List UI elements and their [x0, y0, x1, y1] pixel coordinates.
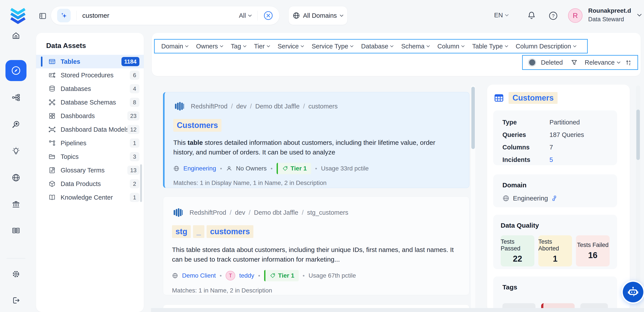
- filter-bar: Domain Owners Tag Tier Service Service T…: [154, 39, 588, 54]
- asset-item-dashboard-data-models[interactable]: Dashboard Data Models 12: [36, 123, 144, 136]
- filter-service[interactable]: Service: [278, 43, 304, 50]
- chevron-down-icon[interactable]: [637, 14, 642, 17]
- asset-item-stored-procedures[interactable]: Stored Procedures 6: [36, 68, 144, 82]
- crumb-database[interactable]: dev: [235, 209, 245, 216]
- tests-aborted-tile[interactable]: Tests Aborted1: [538, 235, 572, 266]
- result-domain-link[interactable]: Engineering: [183, 165, 216, 172]
- user-avatar[interactable]: R: [568, 8, 582, 23]
- chatbot-button[interactable]: [623, 282, 643, 302]
- asset-item-tables[interactable]: Tables 1184: [36, 55, 144, 68]
- preview-scrollbar-thumb[interactable]: [636, 110, 640, 160]
- search-scope-dropdown[interactable]: All: [239, 12, 252, 19]
- search-input[interactable]: customer: [82, 12, 239, 19]
- all-domains-button[interactable]: All Domains: [288, 6, 348, 25]
- hierarchy-link-icon[interactable]: [552, 195, 557, 201]
- asset-item-topics[interactable]: Topics 3: [36, 150, 144, 164]
- chevron-down-icon: [426, 45, 430, 47]
- preview-title-link[interactable]: Customers: [508, 92, 558, 104]
- sort-by-dropdown[interactable]: Relevance: [585, 59, 620, 66]
- tier-badge[interactable]: Tier 1: [276, 163, 311, 174]
- settings-gear-icon[interactable]: [12, 270, 20, 278]
- tests-passed-tile[interactable]: Tests Passed22: [501, 235, 534, 266]
- asset-item-label: Topics: [60, 153, 130, 160]
- asset-item-label: Pipelines: [60, 139, 130, 147]
- filter-column[interactable]: Column: [438, 43, 464, 50]
- all-domains-label: All Domains: [303, 12, 337, 19]
- filter-owners[interactable]: Owners: [196, 43, 223, 50]
- filter-tier[interactable]: Tier: [254, 43, 270, 50]
- summary-label: Columns: [502, 144, 550, 151]
- crumb-table[interactable]: customers: [308, 103, 338, 110]
- filter-schema[interactable]: Schema: [401, 43, 430, 50]
- insights-icon[interactable]: [12, 146, 20, 155]
- help-icon[interactable]: ?: [548, 11, 558, 21]
- filter-funnel-icon[interactable]: [571, 59, 578, 66]
- observability-icon[interactable]: [12, 120, 20, 129]
- sidebar-collapse-icon[interactable]: [38, 12, 47, 20]
- crumb-service[interactable]: RedshiftProd: [191, 103, 228, 110]
- owner-avatar[interactable]: T: [226, 271, 235, 280]
- result-title-link[interactable]: Customers: [173, 119, 222, 132]
- result-meta-row: Engineering • No Owners • Tier 1 • Usage…: [173, 163, 369, 174]
- results-scrollbar-thumb[interactable]: [471, 87, 475, 149]
- matches-row: Matches: 1 in Display Name, 1 in Name, 2…: [173, 180, 326, 187]
- filter-column-description[interactable]: Column Description: [516, 43, 576, 50]
- knowledge-book-icon[interactable]: [12, 226, 20, 235]
- filter-domain[interactable]: Domain: [161, 43, 188, 50]
- notifications-bell-icon[interactable]: [527, 11, 536, 20]
- assets-scrollbar[interactable]: [140, 164, 142, 202]
- domains-globe-icon[interactable]: [12, 173, 20, 182]
- search-result-card-customers[interactable]: RedshiftProd/ dev/ Demo dbt Jaffle/ cust…: [163, 92, 470, 188]
- sort-by-value: Relevance: [585, 59, 615, 66]
- dashboard-icon: [48, 112, 56, 120]
- logout-icon[interactable]: [12, 296, 20, 305]
- asset-item-knowledge-center[interactable]: Knowledge Center 1: [36, 191, 144, 204]
- crumb-database[interactable]: dev: [236, 103, 246, 110]
- filter-tag[interactable]: Tag: [231, 43, 246, 50]
- preview-tags-card: Tags: [493, 276, 617, 312]
- clear-search-icon[interactable]: [263, 11, 273, 21]
- ai-sparkle-icon[interactable]: [57, 9, 71, 22]
- chevron-down-icon: [617, 61, 620, 64]
- asset-item-pipelines[interactable]: Pipelines 1: [36, 136, 144, 150]
- result-title-link[interactable]: stg _ customers: [172, 225, 254, 238]
- filter-table-type[interactable]: Table Type: [472, 43, 508, 50]
- data-product-icon: [48, 180, 56, 188]
- asset-item-dashboards[interactable]: Dashboards 23: [36, 109, 144, 123]
- global-search-bar[interactable]: customer All: [51, 6, 280, 25]
- app-logo-icon[interactable]: [9, 6, 27, 26]
- tier-badge[interactable]: Tier 1: [264, 270, 299, 281]
- lineage-icon[interactable]: [12, 93, 20, 102]
- home-icon[interactable]: [12, 31, 20, 40]
- crumb-service[interactable]: RedshiftProd: [190, 209, 226, 216]
- explore-nav-active[interactable]: [6, 60, 26, 81]
- tests-failed-tile[interactable]: Tests Failed16: [576, 235, 610, 266]
- search-result-card-stg-customers[interactable]: RedshiftProd/ dev/ Demo dbt Jaffle/ stg_…: [163, 197, 470, 295]
- asset-item-data-products[interactable]: Data Products 2: [36, 177, 144, 191]
- asset-item-database-schemas[interactable]: Database Schemas 8: [36, 96, 144, 109]
- language-dropdown[interactable]: EN: [494, 12, 508, 19]
- domain-value[interactable]: Engineering: [513, 195, 548, 202]
- filter-service-type[interactable]: Service Type: [312, 43, 354, 50]
- deleted-toggle[interactable]: [528, 59, 536, 66]
- result-domain-link[interactable]: Demo Client: [182, 272, 216, 279]
- crumb-schema[interactable]: Demo dbt Jaffle: [254, 209, 298, 216]
- asset-item-label: Dashboard Data Models: [60, 126, 127, 133]
- pipeline-icon: [48, 139, 56, 147]
- asset-item-count: 3: [130, 152, 140, 161]
- filter-database[interactable]: Database: [361, 43, 394, 50]
- chevron-down-icon: [461, 45, 464, 47]
- crumb-schema[interactable]: Demo dbt Jaffle: [255, 103, 300, 110]
- sort-az-icon[interactable]: A Z: [625, 59, 632, 66]
- incidents-link[interactable]: 5: [550, 156, 553, 164]
- user-menu[interactable]: Rounakpreet.d Data Steward: [588, 7, 631, 23]
- result-owner-link[interactable]: teddy: [239, 272, 254, 279]
- crumb-table[interactable]: stg_customers: [307, 209, 348, 216]
- asset-item-databases[interactable]: Databases 4: [36, 82, 144, 96]
- asset-item-count: 1: [130, 193, 140, 202]
- chevron-down-icon: [267, 45, 270, 47]
- toggle-knob: [529, 59, 535, 66]
- asset-item-glossary-terms[interactable]: Glossary Terms 13: [36, 164, 144, 177]
- governance-bank-icon[interactable]: [12, 200, 20, 209]
- entity-preview-panel: Customers TypePartitioned Queries187 Que…: [487, 85, 630, 312]
